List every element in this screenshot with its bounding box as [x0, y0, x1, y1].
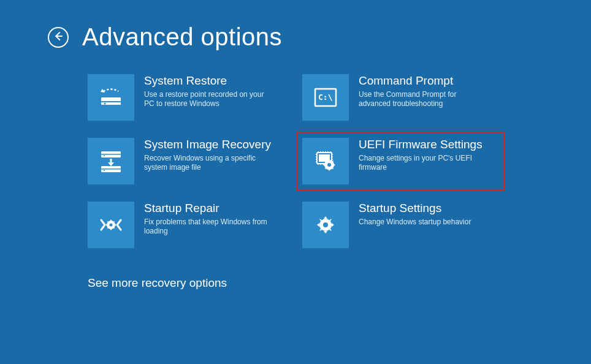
option-system-image-recovery[interactable]: System Image Recovery Recover Windows us…: [88, 138, 284, 184]
uefi-icon: [302, 138, 349, 184]
svg-point-41: [323, 222, 328, 227]
image-recovery-icon: [88, 138, 134, 184]
header: Advanced options: [0, 0, 591, 51]
tile-desc: Recover Windows using a specific system …: [144, 154, 273, 173]
svg-point-37: [327, 163, 331, 167]
svg-point-9: [104, 155, 105, 156]
cmd-icon: C:\: [302, 74, 349, 121]
option-command-prompt[interactable]: C:\ Command Prompt Use the Command Promp…: [302, 74, 498, 121]
option-system-restore[interactable]: System Restore Use a restore point recor…: [88, 74, 284, 121]
options-grid: System Restore Use a restore point recor…: [0, 51, 591, 248]
tile-text: System Restore Use a restore point recor…: [144, 74, 273, 109]
settings-icon: [302, 202, 349, 248]
tile-desc: Change Windows startup behavior: [359, 218, 471, 227]
tile-text: Command Prompt Use the Command Prompt fo…: [359, 74, 487, 109]
repair-icon: [88, 202, 134, 248]
back-button[interactable]: [48, 27, 69, 48]
svg-marker-10: [108, 162, 114, 166]
svg-text:C:\: C:\: [318, 93, 333, 102]
tile-desc: Use the Command Prompt for advanced trou…: [359, 90, 487, 109]
tile-title: Startup Repair: [144, 202, 273, 215]
svg-point-39: [110, 224, 113, 227]
see-more-recovery-options[interactable]: See more recovery options: [0, 248, 591, 290]
svg-rect-12: [101, 169, 121, 170]
option-startup-settings[interactable]: Startup Settings Change Windows startup …: [302, 202, 498, 248]
tile-text: UEFI Firmware Settings Change settings i…: [359, 138, 487, 173]
option-startup-repair[interactable]: Startup Repair Fix problems that keep Wi…: [88, 202, 284, 248]
tile-text: Startup Repair Fix problems that keep Wi…: [144, 202, 273, 237]
tile-text: System Image Recovery Recover Windows us…: [144, 138, 273, 173]
svg-point-13: [104, 170, 105, 171]
svg-rect-3: [101, 101, 121, 102]
page-title: Advanced options: [82, 23, 282, 51]
tile-title: Command Prompt: [359, 74, 487, 88]
tile-title: Startup Settings: [359, 202, 471, 215]
svg-point-4: [104, 103, 106, 105]
tile-desc: Change settings in your PC's UEFI firmwa…: [359, 154, 487, 173]
tile-desc: Use a restore point recorded on your PC …: [144, 90, 273, 109]
tile-title: UEFI Firmware Settings: [359, 138, 487, 151]
restore-icon: [88, 74, 134, 121]
tile-title: System Restore: [144, 74, 273, 88]
option-uefi-firmware-settings[interactable]: UEFI Firmware Settings Change settings i…: [302, 138, 498, 184]
svg-rect-8: [101, 154, 121, 155]
tile-title: System Image Recovery: [144, 138, 273, 151]
tile-text: Startup Settings Change Windows startup …: [359, 202, 471, 227]
tile-desc: Fix problems that keep Windows from load…: [144, 218, 273, 237]
back-arrow-icon: [53, 31, 64, 44]
